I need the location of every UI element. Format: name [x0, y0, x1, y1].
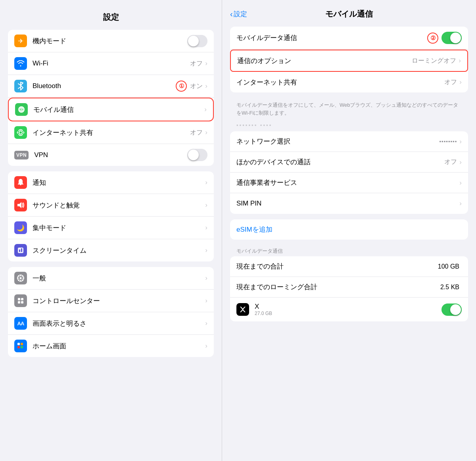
- right-hotspot-value: オフ: [444, 78, 457, 86]
- general-group: 一般 › コントロールセンター › AA 画面表示と明るさ ›: [8, 267, 214, 357]
- svg-rect-12: [18, 298, 20, 300]
- svg-rect-8: [19, 250, 20, 252]
- notifications-group: 通知 › サウンドと触覚 › 🌙 集中モード ›: [8, 171, 214, 261]
- app-x-info: X 27.0 GB: [255, 303, 441, 316]
- bluetooth-label: Bluetooth: [33, 82, 173, 90]
- sounds-row[interactable]: サウンドと触覚 ›: [8, 194, 214, 217]
- screentime-chevron: ›: [205, 246, 207, 254]
- svg-rect-9: [21, 248, 22, 252]
- total-data-value: 100 GB: [438, 263, 459, 270]
- mobile-data-row[interactable]: モバイルデータ通信 ②: [230, 27, 468, 50]
- carrier-services-label: 通信事業者サービス: [236, 178, 459, 187]
- back-chevron-icon: ‹: [230, 10, 233, 19]
- notifications-row[interactable]: 通知 ›: [8, 171, 214, 194]
- network-group: ネットワーク選択 ▪▪▪▪▪▪▪▪ › ほかのデバイスでの通話 オフ › 通信事…: [230, 131, 468, 214]
- cellular-chevron: ›: [204, 106, 207, 113]
- airplane-icon: ✈: [14, 35, 27, 47]
- vpn-label: VPN: [34, 151, 187, 159]
- homescreen-icon: [14, 340, 27, 352]
- screentime-row[interactable]: スクリーンタイム ›: [8, 239, 214, 261]
- display-icon: AA: [14, 317, 27, 330]
- controlcenter-chevron: ›: [205, 297, 207, 305]
- sounds-icon: [14, 199, 27, 211]
- sounds-label: サウンドと触覚: [33, 201, 205, 210]
- right-hotspot-row[interactable]: インターネット共有 オフ ›: [230, 72, 468, 92]
- screentime-icon: [14, 244, 27, 257]
- homescreen-row[interactable]: ホーム画面 ›: [8, 335, 214, 357]
- display-row[interactable]: AA 画面表示と明るさ ›: [8, 312, 214, 335]
- screentime-label: スクリーンタイム: [33, 246, 205, 255]
- svg-rect-14: [18, 301, 20, 303]
- bluetooth-row[interactable]: Bluetooth ① オン ›: [8, 75, 214, 98]
- bluetooth-badge: ①: [176, 81, 187, 92]
- mobile-data-label: モバイルデータ通信: [236, 33, 424, 42]
- homescreen-label: ホーム画面: [33, 342, 205, 351]
- esim-button[interactable]: eSIMを追加: [230, 219, 468, 240]
- airplane-row[interactable]: ✈ 機内モード: [8, 30, 214, 52]
- general-row[interactable]: 一般 ›: [8, 267, 214, 290]
- general-chevron: ›: [205, 274, 207, 282]
- svg-marker-6: [17, 202, 21, 208]
- mobile-data-badge: ②: [427, 33, 438, 44]
- cellular-row[interactable]: モバイル通信 ›: [8, 98, 214, 121]
- sim-pin-label: SIM PIN: [236, 200, 459, 207]
- back-button[interactable]: ‹ 設定: [230, 10, 247, 19]
- focus-row[interactable]: 🌙 集中モード ›: [8, 217, 214, 239]
- other-devices-value: オフ: [444, 158, 457, 166]
- svg-point-11: [20, 277, 22, 279]
- svg-rect-16: [17, 343, 20, 345]
- other-devices-row[interactable]: ほかのデバイスでの通話 オフ ›: [230, 152, 468, 173]
- bluetooth-chevron: ›: [205, 82, 207, 90]
- roaming-data-label: 現在までのローミング合計: [236, 282, 440, 292]
- general-label: 一般: [33, 274, 205, 283]
- network-select-chevron: ›: [459, 138, 462, 146]
- bluetooth-value: オン: [190, 82, 203, 90]
- blurred-network: ▪▪▪▪▪▪▪ ▪▪▪▪: [230, 122, 272, 128]
- hotspot-row[interactable]: インターネット共有 オフ ›: [8, 121, 214, 144]
- app-x-toggle[interactable]: [441, 303, 462, 316]
- hotspot-value: オフ: [190, 129, 203, 137]
- app-x-label: X: [255, 303, 441, 311]
- notifications-chevron: ›: [205, 179, 207, 186]
- network-select-label: ネットワーク選択: [236, 137, 439, 146]
- airplane-toggle[interactable]: [187, 35, 207, 47]
- roaming-data-row: 現在までのローミング合計 2.5 KB: [230, 277, 468, 298]
- airplane-label: 機内モード: [33, 36, 187, 46]
- mobile-data-toggle[interactable]: [441, 32, 462, 44]
- data-usage-group: 現在までの合計 100 GB 現在までのローミング合計 2.5 KB X 27.…: [230, 256, 468, 321]
- options-row[interactable]: 通信のオプション ローミングオフ ›: [231, 50, 467, 71]
- carrier-services-row[interactable]: 通信事業者サービス ›: [230, 173, 468, 193]
- controlcenter-icon: [14, 294, 27, 307]
- notifications-label: 通知: [33, 178, 205, 187]
- wifi-chevron: ›: [205, 60, 207, 67]
- display-chevron: ›: [205, 319, 207, 327]
- wifi-row[interactable]: Wi-Fi オフ ›: [8, 52, 214, 75]
- app-x-sub: 27.0 GB: [255, 311, 441, 316]
- left-panel: 設定 ✈ 機内モード Wi-Fi オフ ›: [0, 0, 222, 461]
- wifi-icon: [14, 57, 27, 70]
- right-panel: ‹ 設定 モバイル通信 モバイルデータ通信 ② 通信のオプション ローミングオフ…: [222, 0, 476, 461]
- network-select-row[interactable]: ネットワーク選択 ▪▪▪▪▪▪▪▪ ›: [230, 131, 468, 152]
- vpn-toggle[interactable]: [187, 149, 207, 161]
- svg-rect-15: [21, 301, 23, 303]
- app-x-row: X 27.0 GB: [230, 298, 468, 321]
- vpn-row[interactable]: VPN VPN: [8, 144, 214, 166]
- sounds-chevron: ›: [205, 201, 207, 209]
- connectivity-group: ✈ 機内モード Wi-Fi オフ ›: [8, 30, 214, 166]
- sim-pin-row[interactable]: SIM PIN ›: [230, 193, 468, 214]
- total-data-row: 現在までの合計 100 GB: [230, 256, 468, 277]
- right-header: ‹ 設定 モバイル通信: [230, 0, 468, 27]
- controlcenter-row[interactable]: コントロールセンター ›: [8, 290, 214, 312]
- focus-icon: 🌙: [14, 221, 27, 234]
- notifications-icon: [14, 176, 27, 189]
- cellular-label: モバイル通信: [33, 105, 204, 114]
- svg-rect-18: [17, 346, 20, 348]
- hotspot-label: インターネット共有: [33, 128, 190, 137]
- svg-rect-19: [21, 346, 23, 348]
- svg-rect-17: [21, 343, 23, 345]
- general-icon: [14, 272, 27, 284]
- right-hotspot-label: インターネット共有: [236, 78, 444, 87]
- controlcenter-label: コントロールセンター: [33, 296, 205, 305]
- vpn-badge-icon: VPN: [14, 151, 29, 159]
- wifi-label: Wi-Fi: [33, 60, 190, 67]
